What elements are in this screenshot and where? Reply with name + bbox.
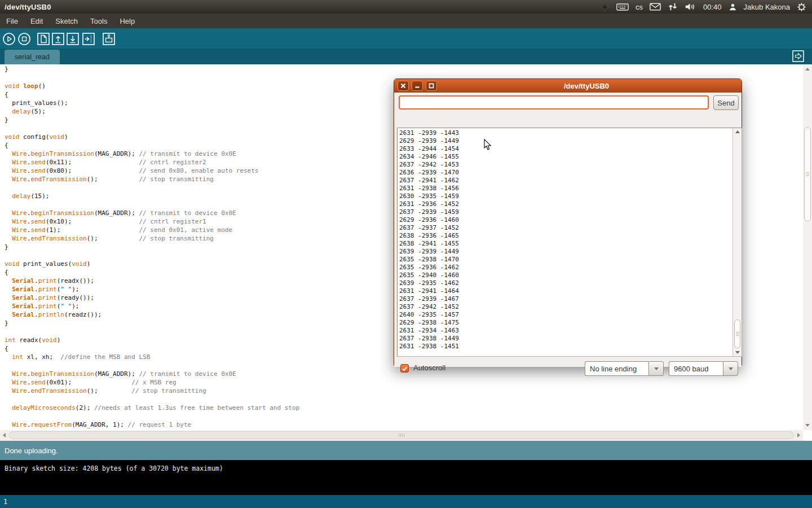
keyboard-layout-label[interactable]: cs (636, 3, 643, 11)
maximize-icon (426, 83, 436, 89)
code-line (5, 124, 299, 133)
user-name[interactable]: Jakub Kakona (744, 3, 790, 11)
serial-output[interactable]: 2631 -2939 -14432629 -2939 -14492633 -29… (398, 128, 732, 356)
code-line: delayMicroseconds(2); //needs at least 1… (5, 404, 299, 412)
serial-line: 2631 -2941 -1464 (399, 287, 732, 295)
code-line: Wire.send(1); // send 0x01, active mode (5, 226, 299, 234)
autoscroll-checkbox[interactable] (400, 364, 409, 373)
keyboard-layout-icon[interactable] (616, 3, 629, 11)
system-tray: cs 00:40 Jakub Kakona (600, 2, 812, 12)
close-icon (398, 83, 408, 89)
menu-edit[interactable]: Edit (24, 15, 49, 28)
code-line (5, 183, 299, 192)
code-line: delay(5); (5, 107, 299, 116)
serial-line: 2637 -2939 -1467 (399, 295, 732, 303)
code-line: int xl, xh; //define the MSB and LSB (5, 353, 299, 361)
code-line: Wire.beginTransmission(MAG_ADDR); // tra… (5, 370, 299, 378)
serial-line: 2633 -2944 -1454 (399, 145, 732, 153)
serial-line: 2638 -2941 -1455 (399, 240, 732, 248)
serial-line: 2629 -2939 -1449 (399, 137, 732, 145)
editor-vscroll-thumb[interactable] (804, 127, 811, 221)
scroll-up-arrow-icon[interactable] (805, 68, 810, 71)
serial-monitor-title: /dev/ttyUSB0 (437, 82, 742, 90)
network-updown-icon[interactable] (668, 2, 678, 11)
menu-help[interactable]: Help (113, 15, 141, 28)
stop-icon (17, 32, 31, 46)
line-number: 1 (3, 498, 7, 506)
save-button[interactable] (66, 32, 80, 46)
line-ending-select[interactable]: No line ending (585, 361, 664, 376)
code-line: Serial.println(readz()); (5, 310, 299, 319)
serial-monitor-button[interactable] (102, 32, 116, 46)
code-line (5, 327, 299, 336)
line-ending-dropdown-button[interactable] (648, 361, 664, 376)
volume-icon[interactable] (685, 2, 696, 11)
new-sketch-button[interactable] (37, 32, 50, 46)
code-line: } (5, 319, 299, 327)
baud-rate-select[interactable]: 9600 baud (669, 361, 738, 376)
mail-icon[interactable] (650, 3, 661, 11)
serial-monitor-window: /dev/ttyUSB0 Send 2631 -2939 -14432629 -… (394, 78, 742, 366)
editor-hscroll-thumb[interactable] (9, 431, 794, 439)
code-line: { (5, 90, 299, 99)
serial-line: 2631 -2938 -1451 (399, 343, 732, 351)
scroll-grip (806, 172, 809, 177)
code-line: Wire.beginTransmission(MAG_ADDR); // tra… (5, 150, 299, 158)
menu-tools[interactable]: Tools (84, 15, 113, 28)
scroll-up-arrow-icon[interactable] (735, 130, 740, 133)
send-button[interactable]: Send (713, 95, 739, 110)
close-button[interactable] (398, 81, 409, 91)
session-gear-icon[interactable] (797, 2, 806, 12)
tab-menu-button[interactable] (792, 50, 804, 62)
toolbar (0, 28, 812, 49)
serial-output-panel: 2631 -2939 -14432629 -2939 -14492633 -29… (397, 128, 742, 357)
code-line: Wire.send(0x80); // send 0x80, enable au… (5, 167, 299, 175)
serial-line: 2631 -2936 -1452 (399, 200, 732, 208)
menu-sketch[interactable]: Sketch (49, 15, 84, 28)
user-icon[interactable] (729, 3, 737, 11)
serial-line: 2629 -2938 -1475 (399, 319, 732, 327)
stop-button[interactable] (17, 32, 31, 46)
autoscroll-label[interactable]: Autoscroll (413, 364, 445, 372)
serial-line: 2631 -2934 -1463 (399, 327, 732, 335)
serial-line: 2636 -2939 -1470 (399, 169, 732, 177)
open-button[interactable] (51, 32, 65, 46)
tab-bar: serial_read (0, 49, 812, 64)
code-line: Serial.print(ready()); (5, 294, 299, 302)
serial-output-scrollbar[interactable] (732, 128, 742, 356)
indicator-pinwheel-icon[interactable] (600, 2, 610, 12)
code-line: { (5, 268, 299, 277)
code-line: } (5, 116, 299, 124)
code-line (5, 200, 299, 209)
serial-line: 2631 -2939 -1443 (399, 129, 732, 137)
scroll-left-arrow-icon[interactable] (3, 433, 6, 437)
menu-file[interactable]: File (0, 15, 24, 28)
code-line: print_values(); (5, 99, 299, 107)
serial-line: 2637 -2939 -1459 (399, 208, 732, 216)
scroll-down-arrow-icon[interactable] (805, 424, 810, 427)
line-ending-value[interactable]: No line ending (585, 361, 648, 376)
clock[interactable]: 00:40 (703, 3, 722, 11)
scroll-down-arrow-icon[interactable] (735, 351, 740, 354)
maximize-button[interactable] (426, 81, 437, 91)
serial-send-input[interactable] (399, 95, 709, 110)
editor-vertical-scrollbar[interactable] (803, 64, 812, 430)
editor-horizontal-scrollbar[interactable] (0, 430, 803, 441)
window-controls (394, 81, 437, 91)
code-line: Wire.endTransmission(); // stop transmit… (5, 387, 299, 395)
minimize-button[interactable] (412, 81, 423, 91)
serial-line: 2635 -2936 -1462 (399, 264, 732, 271)
build-console: Binary sketch size: 4208 bytes (of a 307… (0, 460, 812, 495)
serial-line: 2629 -2936 -1460 (399, 216, 732, 224)
serial-line: 2635 -2940 -1460 (399, 271, 732, 279)
verify-button[interactable] (2, 32, 16, 46)
serial-monitor-titlebar[interactable]: /dev/ttyUSB0 (394, 79, 742, 93)
checkmark-icon (401, 366, 408, 372)
scroll-right-arrow-icon[interactable] (797, 433, 800, 437)
baud-dropdown-button[interactable] (723, 361, 738, 376)
serial-scroll-thumb[interactable] (734, 319, 740, 348)
upload-button[interactable] (82, 32, 95, 46)
baud-rate-value[interactable]: 9600 baud (669, 361, 723, 376)
code-line (5, 395, 299, 404)
tab-serial-read[interactable]: serial_read (5, 50, 60, 64)
